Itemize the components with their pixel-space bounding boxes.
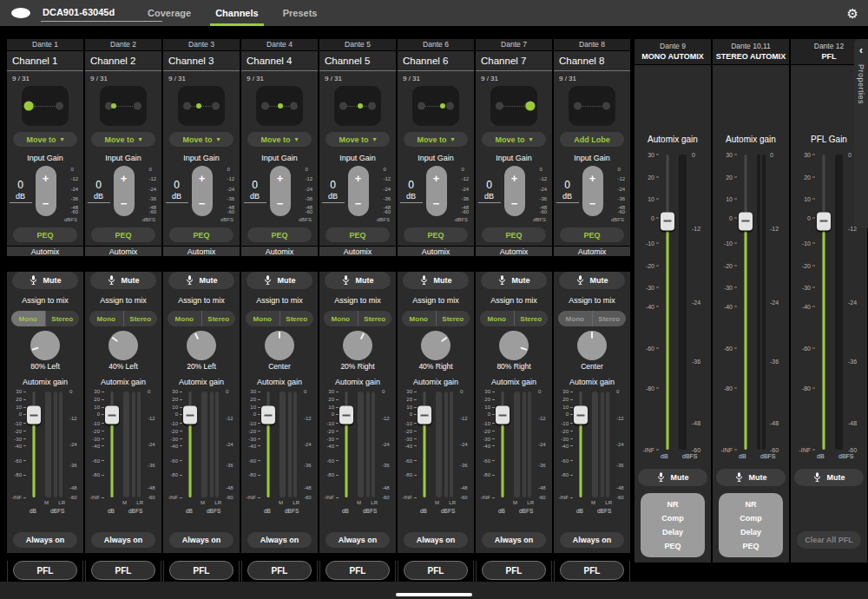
mono-button[interactable]: Mono (89, 311, 124, 326)
always-on-button[interactable]: Always on (91, 532, 155, 548)
input-gain-field[interactable]: 0 dB (400, 179, 423, 203)
comp-button[interactable]: Comp (641, 511, 705, 525)
pan-knob[interactable] (181, 326, 221, 365)
pfl-button[interactable]: PFL (560, 561, 624, 580)
bus-gain-fader[interactable] (816, 155, 832, 450)
peq-button[interactable]: PEQ (91, 227, 155, 242)
stereo-button[interactable]: Stereo (358, 311, 392, 326)
automix-gain-fader[interactable] (339, 392, 352, 497)
peq-button[interactable]: PEQ (326, 227, 390, 242)
home-indicator[interactable] (396, 593, 472, 596)
fader-thumb[interactable] (817, 212, 831, 230)
always-on-button[interactable]: Always on (169, 532, 233, 548)
mute-button[interactable]: Mute (638, 469, 707, 486)
mute-button[interactable]: Mute (168, 272, 234, 289)
move-to-button[interactable]: Move to ▾ (91, 132, 155, 147)
move-to-button[interactable]: Move to ▾ (169, 132, 233, 147)
gain-increase-button[interactable]: + (582, 166, 603, 191)
mute-button[interactable]: Mute (247, 272, 312, 289)
gain-increase-button[interactable]: + (426, 166, 447, 191)
channel-name-field[interactable]: Channel 1 (7, 51, 83, 71)
lobe-position-widget[interactable] (22, 86, 69, 126)
automix-gain-fader[interactable] (496, 392, 509, 497)
pfl-button[interactable]: PFL (247, 561, 312, 580)
lobe-position-widget[interactable] (334, 86, 381, 126)
input-gain-field[interactable]: 0 dB (166, 179, 188, 203)
always-on-button[interactable]: Always on (326, 532, 390, 548)
move-to-button[interactable]: Move to ▾ (13, 132, 77, 147)
pfl-button[interactable]: PFL (169, 561, 233, 580)
mute-button[interactable]: Mute (559, 272, 625, 289)
gain-decrease-button[interactable]: − (36, 191, 56, 216)
input-gain-field[interactable]: 0 dB (478, 179, 501, 203)
gain-increase-button[interactable]: + (348, 166, 369, 191)
fader-thumb[interactable] (105, 406, 119, 425)
always-on-button[interactable]: Always on (404, 532, 468, 548)
mono-button[interactable]: Mono (168, 311, 202, 326)
mute-button[interactable]: Mute (90, 272, 156, 289)
automix-gain-fader[interactable] (261, 392, 274, 497)
channel-name-field[interactable]: Channel 3 (163, 51, 240, 71)
move-to-button[interactable]: Move to ▾ (247, 132, 312, 147)
peq-button[interactable]: PEQ (719, 539, 783, 553)
fader-thumb[interactable] (27, 406, 41, 425)
input-gain-field[interactable]: 0 dB (556, 179, 579, 203)
pan-knob[interactable] (27, 327, 64, 365)
fader-thumb[interactable] (574, 406, 588, 425)
pfl-button[interactable]: PFL (326, 561, 390, 580)
lobe-position-widget[interactable] (412, 86, 459, 126)
channel-name-field[interactable]: Channel 4 (241, 51, 318, 71)
delay-button[interactable]: Delay (719, 525, 783, 539)
move-to-button[interactable]: Move to ▾ (482, 132, 546, 147)
stereo-button[interactable]: Stereo (593, 311, 627, 326)
mute-button[interactable]: Mute (481, 272, 547, 289)
automix-gain-fader[interactable] (183, 392, 196, 497)
gain-decrease-button[interactable]: − (114, 191, 135, 216)
fader-thumb[interactable] (183, 406, 197, 425)
lobe-position-widget[interactable] (569, 86, 615, 126)
mono-button[interactable]: Mono (246, 311, 280, 326)
settings-gear-icon[interactable]: ⚙ (847, 7, 858, 20)
mute-button[interactable]: Mute (794, 469, 864, 486)
pan-knob[interactable] (265, 331, 294, 360)
mute-button[interactable]: Mute (12, 272, 78, 289)
channel-name-field[interactable]: Channel 5 (319, 51, 396, 71)
pan-knob[interactable] (577, 331, 607, 360)
fader-thumb[interactable] (496, 406, 510, 425)
tab-coverage[interactable]: Coverage (148, 0, 191, 26)
mute-button[interactable]: Mute (325, 272, 391, 289)
lobe-position-widget[interactable] (100, 86, 147, 126)
lobe-position-widget[interactable] (490, 86, 537, 126)
peq-button[interactable]: PEQ (482, 227, 546, 242)
always-on-button[interactable]: Always on (482, 532, 546, 548)
input-gain-field[interactable]: 0 dB (322, 179, 345, 203)
gain-decrease-button[interactable]: − (192, 191, 213, 216)
stereo-button[interactable]: Stereo (280, 311, 314, 326)
mono-button[interactable]: Mono (402, 311, 437, 326)
channel-name-field[interactable]: Channel 2 (85, 51, 161, 71)
always-on-button[interactable]: Always on (560, 532, 624, 548)
tab-channels[interactable]: Channels (215, 0, 259, 26)
nr-button[interactable]: NR (641, 497, 705, 511)
mute-button[interactable]: Mute (716, 469, 786, 486)
mute-button[interactable]: Mute (403, 272, 469, 289)
bus-gain-fader[interactable] (738, 155, 753, 450)
peq-button[interactable]: PEQ (641, 539, 705, 553)
fader-thumb[interactable] (339, 406, 353, 425)
pfl-button[interactable]: PFL (13, 561, 77, 580)
peq-button[interactable]: PEQ (404, 227, 468, 242)
stereo-button[interactable]: Stereo (46, 311, 80, 326)
input-gain-field[interactable]: 0 dB (88, 179, 110, 203)
comp-button[interactable]: Comp (719, 511, 783, 525)
move-to-button[interactable]: Add Lobe ▾ (560, 132, 624, 147)
pan-knob[interactable] (496, 327, 533, 365)
clear-all-pfl-button[interactable]: Clear All PFL (797, 531, 861, 549)
fader-thumb[interactable] (418, 406, 431, 425)
peq-button[interactable]: PEQ (169, 227, 233, 242)
channel-name-field[interactable]: Channel 7 (476, 51, 552, 71)
tab-presets[interactable]: Presets (283, 0, 318, 26)
stereo-button[interactable]: Stereo (124, 311, 158, 326)
input-gain-field[interactable]: 0 dB (244, 179, 266, 203)
lobe-position-widget[interactable] (256, 86, 303, 126)
move-to-button[interactable]: Move to ▾ (404, 132, 468, 147)
